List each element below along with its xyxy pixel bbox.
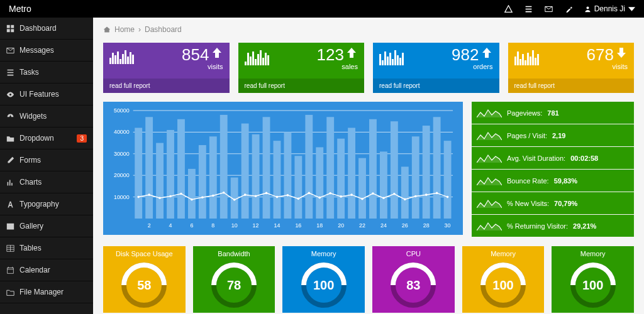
sparkline-icon: [477, 106, 502, 120]
sidebar-item-label: Messages: [19, 46, 54, 55]
sidebar-item-label: Widgets: [19, 112, 47, 121]
svg-text:30: 30: [445, 222, 451, 229]
sidebar-item-forms[interactable]: Forms: [0, 149, 93, 171]
svg-rect-25: [252, 134, 260, 219]
sidebar-item-label: Forms: [19, 156, 41, 165]
svg-point-46: [158, 197, 161, 200]
sidebar-item-calendar[interactable]: Calendar: [0, 259, 93, 281]
svg-rect-21: [209, 136, 217, 219]
main-chart: 1000020000300004000050000246810121416182…: [103, 102, 463, 235]
svg-point-54: [244, 193, 247, 196]
svg-point-71: [425, 193, 428, 196]
wrench-icon[interactable]: [559, 0, 579, 18]
sidebar-item-ui-features[interactable]: UI Features: [0, 84, 93, 106]
svg-text:10: 10: [231, 222, 238, 229]
sparkline-icon: [477, 151, 502, 165]
sidebar-item-charts[interactable]: Charts: [0, 171, 93, 193]
kpi-report-link[interactable]: read full report: [238, 78, 365, 93]
donut-memory: Memory100: [552, 246, 634, 313]
svg-point-55: [255, 195, 257, 197]
svg-text:28: 28: [423, 222, 430, 229]
svg-text:20000: 20000: [114, 172, 130, 178]
svg-rect-41: [423, 126, 430, 219]
svg-text:14: 14: [274, 222, 280, 229]
svg-point-73: [447, 196, 449, 198]
svg-rect-22: [220, 115, 228, 219]
donut-ring: 100: [570, 263, 616, 308]
list-icon[interactable]: [519, 0, 539, 18]
sidebar-item-tasks[interactable]: Tasks: [0, 62, 93, 84]
svg-text:8: 8: [211, 222, 214, 229]
calendar-icon: [6, 266, 14, 274]
svg-rect-1: [11, 24, 14, 28]
svg-rect-42: [433, 117, 441, 219]
svg-rect-17: [167, 130, 174, 219]
sparkline-icon: [477, 219, 502, 233]
kpi-report-link[interactable]: read full report: [373, 78, 499, 93]
svg-rect-27: [274, 141, 281, 219]
spark-bars: [514, 50, 539, 65]
sidebar-item-label: Gallery: [19, 222, 43, 230]
kpi-visits[interactable]: 678visitsread full report: [508, 43, 635, 93]
spark-bars: [109, 50, 134, 64]
sidebar-item-file-manager[interactable]: File Manager: [0, 281, 93, 303]
svg-rect-29: [294, 156, 302, 219]
pencil-icon: [6, 156, 14, 165]
sidebar-item-label: UI Features: [19, 90, 59, 99]
svg-rect-43: [444, 141, 452, 219]
donut-title: Disk Space Usage: [116, 246, 173, 261]
svg-rect-0: [7, 24, 10, 28]
sidebar-item-dashboard[interactable]: Dashboard: [0, 18, 93, 40]
donut-title: Bandwidth: [218, 246, 250, 261]
sidebar-item-gallery[interactable]: Gallery: [0, 215, 93, 237]
donut-memory: Memory100: [462, 246, 545, 313]
svg-rect-30: [305, 115, 313, 219]
sidebar-item-widgets[interactable]: Widgets: [0, 106, 93, 127]
stat-value: 2,19: [552, 132, 565, 139]
alert-icon[interactable]: [499, 0, 519, 18]
svg-text:10000: 10000: [114, 194, 130, 200]
svg-rect-40: [412, 136, 419, 219]
sidebar-item-tables[interactable]: Tables: [0, 237, 93, 259]
svg-rect-28: [284, 132, 291, 219]
svg-point-56: [265, 192, 268, 195]
sidebar-item-dropdown[interactable]: Dropdown3: [0, 127, 93, 149]
stat-label: Avg. Visit Duration:: [507, 154, 565, 162]
kpi-orders[interactable]: 982ordersread full report: [373, 43, 499, 93]
sidebar: DashboardMessagesTasksUI FeaturesWidgets…: [0, 18, 93, 314]
dashboard-icon: [6, 24, 14, 33]
mail-icon[interactable]: [539, 0, 559, 18]
sidebar-item-label: Tables: [19, 244, 42, 252]
donut-title: CPU: [406, 246, 421, 261]
svg-point-53: [233, 198, 236, 201]
table-icon: [6, 244, 14, 252]
user-menu[interactable]: Dennis Ji: [579, 4, 644, 13]
kpi-sales[interactable]: 123salesread full report: [238, 43, 365, 93]
kpi-visits[interactable]: 854visitsread full report: [103, 43, 230, 93]
svg-rect-35: [358, 158, 366, 219]
svg-rect-24: [242, 124, 249, 219]
kpi-report-link[interactable]: read full report: [508, 78, 635, 93]
donut-title: Memory: [491, 246, 516, 261]
sidebar-item-label: File Manager: [19, 288, 64, 296]
font-icon: [6, 200, 14, 208]
sparkline-icon: [477, 129, 502, 143]
svg-rect-38: [391, 121, 398, 219]
stat-value: 781: [547, 109, 558, 117]
sidebar-item-messages[interactable]: Messages: [0, 40, 93, 62]
donut-ring: 100: [480, 263, 526, 308]
svg-point-51: [212, 195, 214, 197]
svg-point-47: [169, 195, 172, 198]
breadcrumb-home[interactable]: Home: [114, 25, 135, 34]
svg-rect-15: [145, 117, 153, 219]
sidebar-item-typography[interactable]: Typography: [0, 193, 93, 215]
svg-text:16: 16: [295, 222, 301, 229]
kpi-report-link[interactable]: read full report: [103, 78, 230, 93]
donut-title: Memory: [580, 246, 606, 261]
svg-point-67: [382, 197, 385, 200]
svg-rect-31: [316, 147, 323, 219]
brand[interactable]: Metro: [0, 4, 40, 14]
gauge-icon: [6, 112, 14, 121]
spark-bars: [245, 50, 269, 65]
stat-value: 29,21%: [573, 222, 596, 230]
